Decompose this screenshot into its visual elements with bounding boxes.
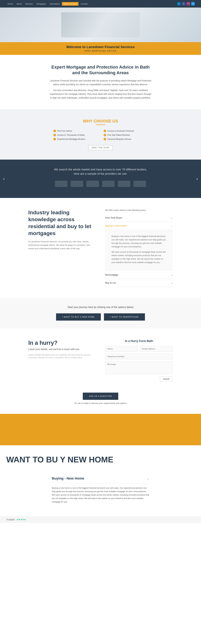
phone-input[interactable] [105, 354, 173, 360]
name-input[interactable] [105, 346, 138, 352]
lender-logo-3 [86, 181, 99, 187]
why-dot-4: ✓ [104, 134, 106, 136]
nav-about[interactable]: About [15, 2, 23, 6]
hero-banner [0, 8, 201, 42]
why-item-4: ✓ Five Star Rated Reviews [104, 134, 148, 136]
lender-logos [9, 181, 192, 190]
why-dot-2: ✓ [104, 130, 106, 132]
buy-new-home-button[interactable]: I WANT TO BUY A NEW HOME [56, 313, 101, 320]
form-row-1 [105, 346, 173, 352]
remortgage-button[interactable]: I WANT TO REMORTGAGE [104, 313, 145, 320]
why-dot-3: ✓ [53, 134, 56, 136]
meet-the-team-button[interactable]: MEET THE TEAM [88, 145, 113, 150]
accordion-arrow-2: ⌄ [171, 224, 173, 227]
nav-reviews[interactable]: Reviews [24, 2, 34, 6]
why-dot-1: ✓ [53, 130, 56, 132]
nav-other-services[interactable]: Other Services [62, 2, 78, 6]
submit-button[interactable]: Submit [160, 376, 173, 382]
buying-content-para2: We have access to thousands of mortgage … [112, 250, 167, 264]
trustpilot-label: Trustpilot [6, 518, 14, 521]
accordion-first-time-buyer[interactable]: First Time Buyer ⌄ [105, 214, 173, 222]
intro-para2: Our two co-founders and directors, Doug … [49, 88, 152, 100]
buying-detail-para1: Buying a new home is one of the biggest … [52, 486, 149, 493]
carousel-left-arrow[interactable]: ‹ [3, 176, 4, 181]
lenders-section: ‹ We search the whole market and have ac… [0, 160, 201, 198]
buying-detail-para2: We have access to thousands of mortgage … [52, 493, 149, 504]
lenders-text: We search the whole market and have acce… [53, 168, 148, 176]
lender-logo-1 [55, 181, 67, 187]
buying-new-home-section: Buying - New Home ⌄ Buying a new home is… [45, 474, 156, 507]
facebook-icon[interactable]: f [182, 2, 185, 6]
why-heading: WHY CHOOSE US [6, 119, 195, 124]
why-item-1: ✓ Fee Free Advice [53, 130, 97, 132]
nav-home[interactable]: Home [6, 2, 14, 6]
accordion-buying-new-home[interactable]: Buying a New Home ⌄ [105, 222, 173, 230]
buying-accordion-label: Buying - New Home [52, 476, 84, 480]
buying-accordion-arrow: ⌄ [146, 476, 149, 480]
email-input[interactable] [140, 346, 173, 352]
nav-links: Home About Reviews Mortgages Calculators… [6, 2, 89, 6]
form-title: In a Hurry Form Bath [105, 340, 173, 343]
carousel-right-arrow[interactable]: › [197, 176, 198, 181]
message-textarea[interactable] [105, 361, 173, 374]
welcome-title: Welcome to Lansdown Financial Services [3, 45, 198, 49]
journey-buttons: I WANT TO BUY A NEW HOME I WANT TO REMOR… [6, 313, 195, 320]
welcome-banner: Welcome to Lansdown Financial Services F… [0, 42, 201, 55]
industry-left: Industry leading knowledge across reside… [28, 209, 96, 250]
industry-heading: Industry leading knowledge across reside… [28, 209, 96, 237]
accordion-buy-to-let[interactable]: Buy to Let ⌄ [105, 279, 173, 287]
trustpilot-stars: ★★★★★ [16, 518, 26, 521]
form-row-2 [105, 354, 173, 360]
hurry-heading: In a hurry? [28, 340, 96, 346]
journey-section: Start your journey here by clicking one … [0, 298, 201, 328]
buying-content-para1: Buying a new home is one of the biggest … [112, 234, 167, 248]
nav-social: in f 📷 t [177, 2, 195, 6]
accordion-remortgage[interactable]: Remortgage ⌄ [105, 271, 173, 279]
hurry-left: In a hurry? Leave your details, and we'l… [28, 340, 96, 382]
lender-logo-5 [118, 181, 130, 187]
industry-section: Industry leading knowledge across reside… [22, 209, 179, 287]
why-item-2: ✓ Access to Exclusive Products [104, 130, 148, 132]
journey-text: Start your journey here by clicking one … [6, 306, 195, 309]
accordion-arrow-1: ⌄ [171, 216, 173, 219]
instagram-icon[interactable]: 📷 [187, 2, 190, 6]
industry-body: At Lansdown Financial Services, we provi… [28, 240, 96, 250]
intro-para1: Lansdown Financial Services was founded … [49, 79, 152, 86]
footer-gold [0, 414, 201, 445]
intro-section: Expert Mortgage and Protection Advice in… [45, 64, 156, 100]
why-grid: ✓ Fee Free Advice ✓ Access to Exclusive … [53, 130, 148, 140]
hurry-section: In a hurry? Leave your details, and we'l… [22, 340, 179, 382]
nav-mortgages[interactable]: Mortgages [35, 2, 47, 6]
why-dot-5: ✓ [53, 138, 56, 140]
twitter-icon[interactable]: t [191, 2, 195, 6]
hurry-disclaimer: Details submitted through this form are … [28, 354, 96, 359]
why-dot-6: ✓ [104, 138, 106, 140]
why-item-3: ✓ Access to Thousands of Deals [53, 134, 97, 136]
nav-calculators[interactable]: Calculators [48, 2, 61, 6]
why-item-5: ✓ Experienced Mortgage Brokers [53, 138, 97, 140]
buying-accordion-header[interactable]: Buying - New Home ⌄ [52, 474, 149, 483]
why-underline [96, 124, 105, 125]
buying-new-home-content: Buying a new home is one of the biggest … [52, 483, 149, 507]
lender-logo-2 [71, 181, 83, 187]
expert-intro: We offer expert advice in the following … [105, 209, 173, 211]
or-call-text: Or call us today to discuss your require… [0, 402, 201, 404]
welcome-subtitle: FREE MORTGAGE ADVICE [3, 50, 198, 52]
nav-contact[interactable]: Contact [79, 2, 89, 6]
buying-expanded-content: Buying a new home is one of the biggest … [105, 230, 173, 271]
lender-logo-4 [102, 181, 115, 187]
linkedin-icon[interactable]: in [177, 2, 181, 6]
industry-right: We offer expert advice in the following … [105, 209, 173, 287]
want-buy-heading: WAnT To BU Y NEw HoME [6, 455, 195, 464]
why-choose-section: WHY CHOOSE US ✓ Fee Free Advice ✓ Access… [0, 109, 201, 160]
why-item-6: ✓ Personal Bespoke Service [104, 138, 148, 140]
ask-question-button[interactable]: ASK US A QUESTION [83, 392, 118, 400]
navbar: Home About Reviews Mortgages Calculators… [0, 0, 201, 8]
intro-heading: Expert Mortgage and Protection Advice in… [49, 64, 152, 76]
hurry-right: In a Hurry Form Bath Submit [105, 340, 173, 382]
want-buy-section: WAnT To BU Y NEw HoME [0, 445, 201, 474]
accordion-arrow-4: ⌄ [171, 282, 173, 284]
lender-logo-6 [134, 181, 146, 187]
trustpilot-bar: Trustpilot ★★★★★ [0, 516, 201, 523]
accordion-arrow-3: ⌄ [171, 274, 173, 276]
